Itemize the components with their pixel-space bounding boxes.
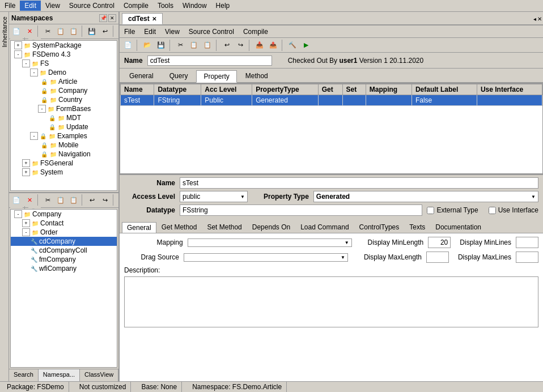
tree-item-fsgeneral[interactable]: + 📁 FSGeneral: [11, 159, 117, 168]
content-menu-view[interactable]: View: [160, 27, 184, 37]
ct-new[interactable]: 📄: [122, 40, 134, 51]
tree-item-system[interactable]: + 📁 System: [11, 168, 117, 177]
bottom-tab-namespaces[interactable]: Namespa...: [39, 369, 80, 381]
paste-btn[interactable]: 📋: [67, 25, 80, 37]
copy-btn[interactable]: 📋: [54, 25, 67, 37]
namespaces-tree[interactable]: + 📁 SystemPackage - 📁 FSDemo 4.3 - 📁: [10, 40, 117, 191]
tree2-cdcompanycoll[interactable]: 🔧 cdCompanyColl: [11, 246, 117, 255]
use-interface-check[interactable]: Use Interface: [489, 206, 538, 214]
tree2-company[interactable]: - 📁 Company: [11, 210, 117, 219]
expand-system[interactable]: +: [22, 168, 30, 176]
expand-fsgeneral[interactable]: +: [22, 159, 30, 167]
detail-datatype-input[interactable]: [180, 204, 422, 216]
form-display-maxlines-input[interactable]: [516, 252, 538, 263]
expand2-company[interactable]: -: [14, 210, 22, 218]
tb2-copy[interactable]: 📋: [54, 194, 67, 206]
menu-tools[interactable]: Tools: [153, 1, 178, 11]
tb2-cut[interactable]: ✂: [41, 194, 54, 206]
expand-systempackage[interactable]: +: [14, 41, 22, 49]
menu-view[interactable]: View: [41, 1, 65, 11]
menu-file[interactable]: File: [0, 1, 20, 11]
tab-query[interactable]: Query: [162, 70, 196, 82]
detail-proptype-select[interactable]: Generated ▼: [313, 191, 538, 202]
tree-item-mobile[interactable]: 🔒 📁 Mobile: [11, 140, 117, 150]
ct-undo[interactable]: ↩: [220, 40, 233, 51]
bottom-tab-search[interactable]: Search: [9, 369, 39, 381]
detail-access-select[interactable]: public ▼: [180, 191, 248, 202]
sub-tab-set-method[interactable]: Set Method: [202, 221, 247, 233]
new-btn[interactable]: 📄: [10, 25, 23, 37]
name-input[interactable]: [147, 56, 272, 66]
expand2-contact[interactable]: +: [22, 219, 30, 227]
doc-pin-btn[interactable]: ◂: [533, 16, 536, 22]
content-menu-source-control[interactable]: Source Control: [184, 27, 239, 37]
expand-formbases[interactable]: -: [38, 105, 46, 113]
ct-checkin[interactable]: 📥: [253, 40, 266, 51]
tree-item-fsdemo[interactable]: - 📁 FSDemo 4.3: [11, 50, 117, 59]
expand-fsdemo[interactable]: -: [14, 50, 22, 58]
doc-close-btn[interactable]: ✕: [537, 16, 542, 22]
expand-demo[interactable]: -: [30, 69, 38, 76]
expand-fs[interactable]: -: [22, 59, 30, 67]
tab-property[interactable]: Property: [196, 70, 236, 83]
tab-method[interactable]: Method: [238, 70, 275, 82]
expand-examples[interactable]: -: [30, 132, 38, 140]
tree2-cdcompany[interactable]: 🔧 cdCompany: [11, 237, 117, 246]
ct-copy[interactable]: 📋: [188, 40, 200, 51]
content-menu-file[interactable]: File: [120, 27, 139, 37]
content-menu-compile[interactable]: Compile: [239, 27, 273, 37]
tree-item-company[interactable]: 🔒 📁 Company: [11, 86, 117, 95]
tab-general[interactable]: General: [122, 70, 161, 82]
tree-item-examples[interactable]: - 🔒 📁 Examples: [11, 131, 117, 140]
save-btn[interactable]: 💾: [86, 25, 98, 37]
ct-run[interactable]: ▶: [300, 40, 312, 51]
tree-item-demo[interactable]: - 📁 Demo: [11, 68, 117, 77]
sub-tab-load-command[interactable]: Load Command: [295, 221, 354, 233]
external-type-check[interactable]: External Type: [427, 206, 478, 214]
detail-name-input[interactable]: [180, 177, 538, 189]
menu-compile[interactable]: Compile: [119, 1, 153, 11]
description-textarea[interactable]: [124, 276, 538, 327]
ct-cut[interactable]: ✂: [174, 40, 186, 51]
ct-checkout[interactable]: 📤: [267, 40, 279, 51]
tree-item-systempackage[interactable]: + 📁 SystemPackage: [11, 41, 117, 50]
use-interface-checkbox[interactable]: [489, 207, 496, 214]
bottom-tab-classview[interactable]: ClassView: [80, 369, 118, 381]
sub-tab-control-types[interactable]: ControlTypes: [354, 221, 405, 233]
tree2-contact[interactable]: + 📁 Contact: [11, 219, 117, 228]
menu-help[interactable]: Help: [211, 1, 235, 11]
pin-button[interactable]: 📌: [99, 14, 107, 22]
tree-item-mdt[interactable]: 🔒 📁 MDT: [11, 113, 117, 122]
delete-btn[interactable]: ✕: [23, 25, 36, 37]
tree-item-navigation[interactable]: 🔒 📁 Navigation: [11, 150, 117, 159]
tree-item-update[interactable]: 🔒 📁 Update: [11, 122, 117, 131]
menu-window[interactable]: Window: [178, 1, 211, 11]
company-tree[interactable]: - 📁 Company + 📁 Contact - 📁 Order: [10, 209, 117, 367]
tree-item-country[interactable]: 🔒 📁 Country: [11, 95, 117, 104]
tb2-undo[interactable]: ↩: [86, 194, 98, 206]
sub-tab-depends-on[interactable]: Depends On: [247, 221, 295, 233]
ct-paste[interactable]: 📋: [201, 40, 214, 51]
close-button[interactable]: ✕: [108, 14, 116, 22]
tb2-redo[interactable]: ↪: [99, 194, 111, 206]
sub-tab-general[interactable]: General: [122, 222, 156, 233]
table-row[interactable]: sTest FString Public Generated False: [121, 95, 542, 106]
external-type-checkbox[interactable]: [427, 207, 434, 214]
form-display-minlines-input[interactable]: [516, 237, 538, 248]
ct-save[interactable]: 💾: [155, 40, 167, 51]
form-mapping-dropdown[interactable]: ▼: [188, 238, 352, 247]
tree-item-fs[interactable]: - 📁 FS: [11, 59, 117, 68]
sub-tab-documentation[interactable]: Documentation: [430, 221, 486, 233]
tree2-fmcompany[interactable]: 🔧 fmCompany: [11, 255, 117, 264]
tb2-new[interactable]: 📄: [10, 194, 23, 206]
doc-tab-cdtest[interactable]: cdTest ✕: [122, 13, 163, 24]
menu-edit[interactable]: Edit: [20, 1, 41, 11]
sub-tab-get-method[interactable]: Get Method: [156, 221, 202, 233]
tree2-order[interactable]: - 📁 Order: [11, 228, 117, 237]
tree2-wficompany[interactable]: 🔧 wfiCompany: [11, 264, 117, 273]
tree-item-article[interactable]: 🔒 📁 Article: [11, 77, 117, 86]
expand2-order[interactable]: -: [22, 228, 30, 236]
form-display-minlen-input[interactable]: [428, 237, 451, 248]
form-display-maxlen-input[interactable]: [426, 252, 449, 263]
inheritance-tab-label[interactable]: Inheritance: [0, 14, 9, 49]
